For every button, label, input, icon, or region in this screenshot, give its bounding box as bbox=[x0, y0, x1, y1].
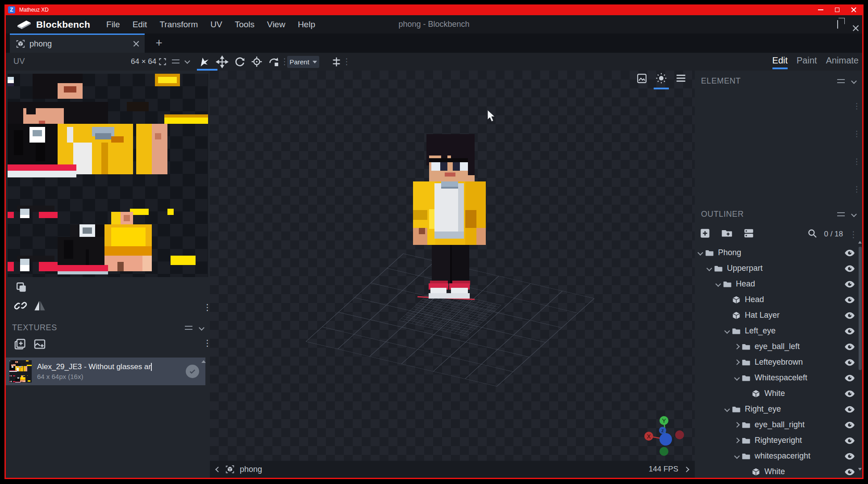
element-drag-handle-icon[interactable]: ⋮ bbox=[853, 130, 860, 137]
link-texture-icon[interactable] bbox=[14, 299, 27, 314]
chevron-right-icon[interactable] bbox=[734, 438, 740, 443]
element-drag-handle-icon[interactable]: ⋮ bbox=[853, 186, 860, 193]
menu-help[interactable]: Help bbox=[292, 20, 321, 29]
outliner-row-hat-layer[interactable]: Hat Layer bbox=[695, 307, 858, 323]
outliner-scrollbar[interactable] bbox=[858, 245, 862, 478]
visibility-eye-icon[interactable] bbox=[844, 294, 855, 306]
outliner-item-label[interactable]: whitespaceright bbox=[755, 451, 844, 461]
outliner-item-label[interactable]: Left_eye bbox=[745, 326, 844, 336]
chevron-right-icon[interactable] bbox=[734, 422, 740, 428]
menu-transform[interactable]: Transform bbox=[153, 20, 204, 29]
outliner-item-label[interactable]: White bbox=[764, 389, 844, 398]
visibility-eye-icon[interactable] bbox=[844, 466, 855, 478]
outliner-row-white-right[interactable]: White bbox=[695, 464, 858, 478]
add-group-button[interactable] bbox=[721, 227, 733, 241]
import-texture-icon[interactable] bbox=[33, 338, 46, 352]
tab-phong[interactable]: phong bbox=[10, 34, 145, 53]
texture-list-item[interactable]: Alex_29_JE3 - Without glasses and eye. 6… bbox=[6, 358, 205, 385]
visibility-eye-icon[interactable] bbox=[844, 247, 855, 259]
scrollbar-thumb[interactable] bbox=[859, 247, 862, 370]
outliner-item-label[interactable]: Hat Layer bbox=[745, 311, 844, 320]
chevron-right-icon[interactable] bbox=[734, 359, 740, 365]
outliner-panel-menu-icon[interactable] bbox=[837, 212, 845, 216]
outliner-scroll-down-icon[interactable] bbox=[858, 468, 862, 471]
tab-paint-mode[interactable]: Paint bbox=[797, 55, 817, 69]
visibility-eye-icon[interactable] bbox=[844, 404, 855, 415]
minecraft-character-model[interactable] bbox=[413, 134, 486, 299]
texture-selected-check-icon[interactable] bbox=[186, 365, 199, 378]
outliner-item-label[interactable]: Whitespaceleft bbox=[755, 373, 844, 383]
parent-dropdown[interactable]: Parent bbox=[287, 56, 319, 68]
outliner-row-right-eye[interactable]: Right_eye bbox=[695, 401, 858, 417]
uv-fullscreen-icon[interactable] bbox=[159, 58, 167, 67]
outliner-panel-collapse-icon[interactable] bbox=[851, 211, 857, 217]
visibility-eye-icon[interactable] bbox=[844, 263, 855, 274]
outliner-item-label[interactable]: Lefteyebrown bbox=[755, 358, 844, 367]
visibility-eye-icon[interactable] bbox=[844, 372, 855, 384]
outliner-item-label[interactable]: Phong bbox=[718, 248, 844, 257]
uv-texture-canvas[interactable] bbox=[8, 74, 208, 277]
breadcrumb-forward-icon[interactable] bbox=[684, 467, 689, 472]
element-panel-collapse-icon[interactable] bbox=[851, 78, 857, 84]
tool-rotate[interactable] bbox=[233, 55, 247, 68]
visibility-eye-icon[interactable] bbox=[844, 357, 855, 368]
menu-edit[interactable]: Edit bbox=[126, 20, 154, 29]
mirror-prism-icon[interactable] bbox=[33, 299, 46, 314]
outliner-row-lefteyebrown[interactable]: Lefteyebrown bbox=[695, 354, 858, 370]
menu-view[interactable]: View bbox=[261, 20, 292, 29]
tool-rotate-pivot[interactable] bbox=[267, 55, 281, 68]
visibility-eye-icon[interactable] bbox=[844, 325, 855, 337]
outliner-row-eye-ball-right[interactable]: eye_ball_right bbox=[695, 417, 858, 433]
outliner-scroll-up-icon[interactable] bbox=[858, 241, 862, 244]
breadcrumb-back-icon[interactable] bbox=[215, 467, 221, 472]
outliner-row-head-group[interactable]: Head bbox=[695, 276, 858, 292]
viewport-3d[interactable]: z Y X bbox=[210, 71, 695, 478]
toggle-list-mode-button[interactable] bbox=[743, 227, 755, 241]
outliner-item-label[interactable]: Head bbox=[745, 295, 844, 304]
tab-close-icon[interactable] bbox=[133, 41, 139, 47]
chevron-down-icon[interactable] bbox=[715, 281, 721, 287]
outliner-options-dots-icon[interactable]: ⋮ bbox=[849, 230, 858, 239]
tool-pivot[interactable] bbox=[250, 55, 264, 68]
outliner-item-label[interactable]: Right_eye bbox=[745, 404, 844, 414]
app-restore-button[interactable] bbox=[837, 21, 838, 29]
add-cube-button[interactable] bbox=[699, 227, 711, 241]
outliner-row-whitespaceleft[interactable]: Whitespaceleft bbox=[695, 370, 858, 386]
element-drag-handle-icon[interactable]: ⋮ bbox=[853, 158, 860, 165]
textures-panel-menu-icon[interactable] bbox=[185, 326, 192, 330]
visibility-eye-icon[interactable] bbox=[844, 435, 855, 446]
element-panel-menu-icon[interactable] bbox=[837, 79, 845, 83]
visibility-eye-icon[interactable] bbox=[844, 341, 855, 353]
outliner-row-head-cube[interactable]: Head bbox=[695, 292, 858, 307]
textures-panel-collapse-icon[interactable] bbox=[199, 325, 204, 331]
outliner-item-label[interactable]: Head bbox=[736, 279, 844, 289]
chevron-down-icon[interactable] bbox=[706, 265, 712, 271]
outliner-row-upperpart[interactable]: Upperpart bbox=[695, 261, 858, 276]
chevron-down-icon[interactable] bbox=[697, 250, 703, 256]
os-minimize-button[interactable] bbox=[818, 9, 823, 10]
create-texture-icon[interactable] bbox=[14, 338, 26, 352]
chevron-down-icon[interactable] bbox=[724, 328, 730, 334]
tool-transform-gizmo[interactable] bbox=[197, 55, 211, 68]
axis-gizmo[interactable]: z Y X bbox=[644, 416, 684, 456]
menu-tools[interactable]: Tools bbox=[229, 20, 261, 29]
element-drag-handle-icon[interactable]: ⋮ bbox=[853, 103, 860, 109]
outliner-item-label[interactable]: White bbox=[764, 467, 844, 476]
copy-uv-icon[interactable] bbox=[16, 282, 27, 295]
outliner-row-whitespaceright[interactable]: whitespaceright bbox=[695, 448, 858, 464]
tool-mirror-painting[interactable] bbox=[329, 55, 343, 68]
new-tab-button[interactable]: + bbox=[153, 37, 165, 49]
chevron-right-icon[interactable] bbox=[734, 344, 740, 349]
search-icon[interactable] bbox=[807, 228, 818, 240]
toolbar-overflow-icon-2[interactable]: ⋮ bbox=[342, 57, 351, 66]
visibility-eye-icon[interactable] bbox=[844, 388, 855, 400]
uv-panel-collapse-icon[interactable] bbox=[184, 58, 190, 64]
outliner-item-label[interactable]: eye_ball_left bbox=[755, 342, 844, 351]
visibility-eye-icon[interactable] bbox=[844, 278, 855, 290]
tab-animate-mode[interactable]: Animate bbox=[826, 55, 859, 69]
os-close-button[interactable] bbox=[851, 7, 856, 13]
menu-uv[interactable]: UV bbox=[204, 20, 228, 29]
chevron-down-icon[interactable] bbox=[734, 375, 740, 381]
menu-file[interactable]: File bbox=[100, 20, 126, 29]
outliner-row-white-left[interactable]: White bbox=[695, 386, 858, 401]
